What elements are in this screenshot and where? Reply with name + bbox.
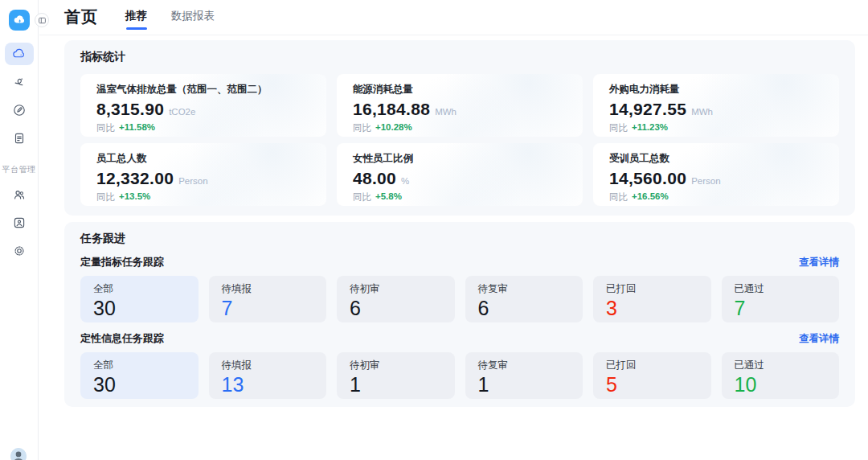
task-card-label: 已通过 bbox=[735, 359, 827, 372]
metric-card-unit: MWh bbox=[435, 107, 457, 117]
sidebar-nav: 平台管理 bbox=[2, 43, 36, 262]
yoy-value: +16.56% bbox=[632, 191, 669, 203]
task-card-count: 6 bbox=[350, 297, 442, 320]
tab-data-report[interactable]: 数据报表 bbox=[170, 6, 216, 28]
task-card[interactable]: 已通过10 bbox=[722, 352, 840, 399]
task-group-header: 定性信息任务跟踪查看详情 bbox=[80, 331, 839, 346]
task-group-header: 定量指标任务跟踪查看详情 bbox=[80, 255, 839, 269]
metric-card-yoy: 同比+5.8% bbox=[353, 191, 567, 203]
task-card[interactable]: 全部30 bbox=[80, 352, 199, 399]
sidebar-item-settings[interactable] bbox=[5, 240, 34, 262]
metric-card: 温室气体排放总量（范围一、范围二）8,315.90tCO2e同比+11.58% bbox=[80, 74, 326, 137]
metric-card-unit: MWh bbox=[691, 107, 713, 117]
task-card-count: 7 bbox=[222, 297, 314, 320]
sidebar-item-users[interactable] bbox=[5, 183, 34, 206]
task-group-title: 定性信息任务跟踪 bbox=[80, 331, 164, 346]
metric-card-unit: Person bbox=[691, 176, 720, 186]
task-groups: 定量指标任务跟踪查看详情全部30待填报7待初审6待复审6已打回3已通过7定性信息… bbox=[80, 255, 839, 399]
metrics-section-title: 指标统计 bbox=[80, 50, 839, 64]
metric-card-yoy: 同比+10.28% bbox=[353, 122, 567, 134]
sidebar-item-edit[interactable] bbox=[5, 99, 34, 121]
yoy-label: 同比 bbox=[353, 122, 371, 134]
yoy-label: 同比 bbox=[353, 191, 371, 203]
task-card[interactable]: 待填报7 bbox=[209, 276, 327, 322]
metric-card-label: 员工总人数 bbox=[96, 152, 310, 166]
sidebar-item-dashboard[interactable] bbox=[5, 43, 34, 65]
sidebar-collapse-icon bbox=[38, 16, 47, 25]
task-card[interactable]: 已通过7 bbox=[722, 276, 840, 322]
metric-card-value: 8,315.90 bbox=[96, 100, 164, 119]
task-card[interactable]: 待复审1 bbox=[465, 352, 583, 399]
metric-card: 女性员工比例48.00%同比+5.8% bbox=[337, 143, 583, 206]
yoy-value: +13.5% bbox=[119, 191, 150, 203]
yoy-label: 同比 bbox=[609, 122, 628, 134]
task-card[interactable]: 已打回3 bbox=[593, 276, 711, 322]
task-card[interactable]: 待填报13 bbox=[209, 352, 327, 399]
metric-card-value: 12,332.00 bbox=[96, 169, 174, 188]
document-icon bbox=[12, 131, 27, 146]
task-card[interactable]: 待初审1 bbox=[337, 352, 455, 399]
sidebar-section-label: 平台管理 bbox=[2, 164, 36, 175]
sidebar-collapse-button[interactable] bbox=[35, 13, 49, 27]
task-card[interactable]: 待复审6 bbox=[465, 276, 583, 322]
metric-card: 能源消耗总量16,184.88MWh同比+10.28% bbox=[337, 74, 583, 137]
users-icon bbox=[12, 187, 27, 202]
view-details-link[interactable]: 查看详情 bbox=[799, 256, 839, 269]
metric-card: 外购电力消耗量14,927.55MWh同比+11.23% bbox=[593, 74, 839, 137]
task-card[interactable]: 全部30 bbox=[80, 276, 199, 322]
yoy-label: 同比 bbox=[609, 191, 628, 203]
page-title: 首页 bbox=[64, 6, 98, 28]
metric-card-value-row: 48.00% bbox=[353, 169, 567, 188]
task-card-count: 7 bbox=[735, 297, 827, 320]
sidebar-item-hand-sparkle[interactable] bbox=[5, 71, 34, 93]
metric-card-value: 14,560.00 bbox=[609, 169, 686, 188]
task-card-count: 13 bbox=[222, 373, 314, 396]
cloud-logo-icon bbox=[12, 13, 27, 27]
edit-pencil-icon bbox=[12, 103, 27, 117]
metric-card-unit: % bbox=[401, 176, 409, 186]
metric-card-label: 温室气体排放总量（范围一、范围二） bbox=[96, 83, 310, 97]
sidebar-item-document[interactable] bbox=[5, 127, 34, 150]
page-content: 指标统计 温室气体排放总量（范围一、范围二）8,315.90tCO2e同比+11… bbox=[39, 35, 868, 407]
task-card-count: 1 bbox=[478, 373, 571, 396]
metric-card-value: 48.00 bbox=[353, 169, 396, 188]
user-card-icon bbox=[12, 216, 27, 230]
metric-card-label: 能源消耗总量 bbox=[353, 83, 567, 97]
sidebar-item-user-card[interactable] bbox=[5, 212, 34, 234]
metric-card: 员工总人数12,332.00Person同比+13.5% bbox=[80, 143, 326, 206]
metric-card-value-row: 8,315.90tCO2e bbox=[96, 100, 310, 119]
dashboard-cloud-icon bbox=[12, 47, 27, 61]
yoy-value: +11.58% bbox=[119, 122, 155, 134]
task-card[interactable]: 待初审6 bbox=[337, 276, 455, 322]
yoy-value: +11.23% bbox=[632, 122, 668, 134]
metric-card: 受训员工总数14,560.00Person同比+16.56% bbox=[593, 143, 839, 206]
metric-card-value-row: 16,184.88MWh bbox=[353, 100, 567, 119]
metric-card-yoy: 同比+16.56% bbox=[609, 191, 823, 203]
task-card-label: 全部 bbox=[93, 282, 186, 296]
yoy-label: 同比 bbox=[96, 191, 115, 203]
metric-card-value-row: 14,560.00Person bbox=[609, 169, 823, 188]
yoy-value: +10.28% bbox=[375, 122, 412, 134]
task-card-count: 1 bbox=[350, 373, 442, 396]
user-avatar[interactable] bbox=[10, 448, 27, 460]
task-card[interactable]: 已打回5 bbox=[593, 352, 711, 399]
yoy-label: 同比 bbox=[96, 122, 115, 134]
settings-gear-icon bbox=[12, 244, 27, 258]
main-area: 首页 推荐 数据报表 指标统计 温室气体排放总量（范围一、范围二）8,315.9… bbox=[39, 0, 868, 460]
metric-card-yoy: 同比+11.23% bbox=[609, 122, 823, 134]
view-details-link[interactable]: 查看详情 bbox=[799, 332, 839, 346]
task-card-label: 待复审 bbox=[478, 282, 571, 296]
tab-recommend[interactable]: 推荐 bbox=[124, 6, 149, 28]
task-card-count: 30 bbox=[93, 297, 186, 320]
app-logo bbox=[9, 10, 30, 31]
task-card-label: 全部 bbox=[93, 359, 186, 372]
sidebar: 平台管理 bbox=[0, 0, 39, 460]
task-card-label: 已打回 bbox=[606, 359, 698, 372]
metric-card-value: 14,927.55 bbox=[609, 100, 686, 119]
metric-card-value-row: 14,927.55MWh bbox=[609, 100, 823, 119]
task-card-label: 已通过 bbox=[735, 282, 827, 296]
metric-card-unit: Person bbox=[178, 176, 207, 186]
task-card-count: 3 bbox=[606, 297, 698, 320]
task-cards-grid: 全部30待填报7待初审6待复审6已打回3已通过7 bbox=[80, 276, 839, 322]
task-group-title: 定量指标任务跟踪 bbox=[80, 255, 164, 269]
